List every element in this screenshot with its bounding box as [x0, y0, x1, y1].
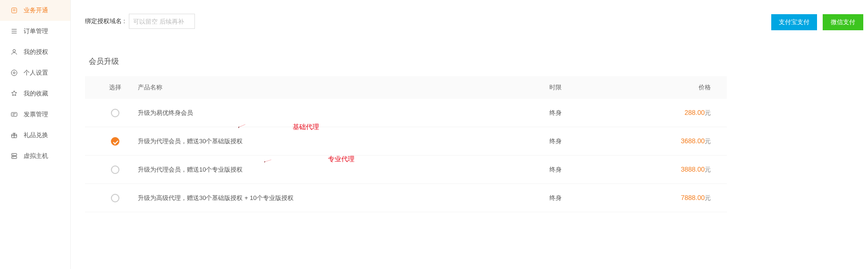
sidebar-item-label: 我的授权: [24, 48, 48, 56]
product-name: 升级为易优终身会员: [138, 109, 549, 117]
product-price: 3688.00元: [634, 137, 719, 146]
sidebar-item-orders[interactable]: 订单管理: [0, 21, 70, 42]
price-unit: 元: [705, 194, 711, 201]
product-name: 升级为代理会员，赠送30个基础版授权: [138, 137, 549, 146]
col-header-duration: 时限: [549, 83, 634, 92]
gear-icon: [10, 69, 18, 77]
sidebar: 业务开通 订单管理 我的授权 个人设置 我的收藏 发票管理 礼品兑换: [0, 0, 71, 269]
svg-rect-6: [12, 154, 17, 156]
sidebar-item-my-license[interactable]: 我的授权: [0, 42, 70, 62]
price-value: 3888.00: [681, 165, 705, 173]
col-header-name: 产品名称: [138, 83, 549, 92]
product-duration: 终身: [549, 165, 634, 174]
col-header-price: 价格: [634, 83, 719, 92]
wechat-button[interactable]: 微信支付: [823, 14, 863, 30]
ticket-icon: [10, 111, 18, 118]
radio[interactable]: [111, 109, 119, 117]
sidebar-item-label: 我的收藏: [24, 89, 48, 98]
alipay-button[interactable]: 支付宝支付: [771, 14, 817, 30]
sidebar-item-label: 订单管理: [24, 27, 48, 35]
upgrade-table: 选择 产品名称 时限 价格 升级为易优终身会员 终身 288.00元 升级为代理…: [85, 76, 727, 212]
sidebar-item-invoice[interactable]: 发票管理: [0, 104, 70, 125]
table-row[interactable]: 升级为高级代理，赠送30个基础版授权 + 10个专业版授权 终身 7888.00…: [85, 184, 727, 212]
product-price: 288.00元: [634, 109, 719, 117]
radio[interactable]: [111, 137, 119, 146]
svg-point-9: [13, 157, 13, 158]
section-title: 会员升级: [89, 57, 868, 67]
svg-point-3: [11, 70, 17, 76]
product-name: 升级为代理会员，赠送10个专业版授权: [138, 165, 549, 174]
svg-rect-0: [12, 8, 17, 13]
table-row[interactable]: 升级为代理会员，赠送30个基础版授权 终身 3688.00元: [85, 127, 727, 156]
sidebar-item-gifts[interactable]: 礼品兑换: [0, 125, 70, 146]
sidebar-item-label: 个人设置: [24, 69, 48, 77]
price-unit: 元: [705, 166, 711, 173]
product-duration: 终身: [549, 137, 634, 146]
svg-point-1: [13, 50, 15, 52]
user-icon: [10, 48, 18, 56]
svg-rect-7: [12, 156, 17, 159]
table-row[interactable]: 升级为代理会员，赠送10个专业版授权 终身 3888.00元: [85, 156, 727, 184]
price-unit: 元: [705, 138, 711, 145]
sidebar-item-label: 虚拟主机: [24, 152, 48, 160]
domain-label: 绑定授权域名 :: [85, 17, 125, 26]
topbar: 绑定授权域名 : 支付宝支付 微信支付: [85, 0, 868, 43]
business-icon: [10, 7, 18, 14]
sidebar-item-favorites[interactable]: 我的收藏: [0, 83, 70, 104]
list-icon: [10, 27, 18, 35]
product-duration: 终身: [549, 194, 634, 202]
domain-input[interactable]: [129, 14, 195, 29]
svg-point-2: [13, 72, 15, 74]
table-row[interactable]: 升级为易优终身会员 终身 288.00元: [85, 99, 727, 127]
product-price: 3888.00元: [634, 165, 719, 174]
gift-icon: [10, 131, 18, 139]
radio[interactable]: [111, 165, 119, 174]
sidebar-item-business-open[interactable]: 业务开通: [0, 0, 70, 21]
sidebar-item-settings[interactable]: 个人设置: [0, 62, 70, 83]
price-value: 288.00: [684, 109, 705, 116]
main-panel: 绑定授权域名 : 支付宝支付 微信支付 会员升级 选择 产品名称 时限 价格 升…: [71, 0, 868, 269]
sidebar-item-vhost[interactable]: 虚拟主机: [0, 146, 70, 166]
col-header-select: 选择: [93, 83, 138, 92]
pay-buttons: 支付宝支付 微信支付: [771, 14, 863, 30]
sidebar-item-label: 发票管理: [24, 110, 48, 119]
product-duration: 终身: [549, 109, 634, 117]
server-icon: [10, 152, 18, 160]
sidebar-item-label: 礼品兑换: [24, 131, 48, 139]
price-unit: 元: [705, 109, 711, 116]
price-value: 3688.00: [681, 137, 705, 145]
sidebar-item-label: 业务开通: [24, 6, 48, 15]
product-name: 升级为高级代理，赠送30个基础版授权 + 10个专业版授权: [138, 194, 549, 202]
svg-rect-4: [11, 113, 17, 116]
price-value: 7888.00: [681, 194, 705, 201]
svg-point-8: [13, 155, 13, 155]
product-price: 7888.00元: [634, 194, 719, 202]
table-head: 选择 产品名称 时限 价格: [85, 76, 727, 99]
radio[interactable]: [111, 194, 119, 202]
star-icon: [10, 90, 18, 97]
